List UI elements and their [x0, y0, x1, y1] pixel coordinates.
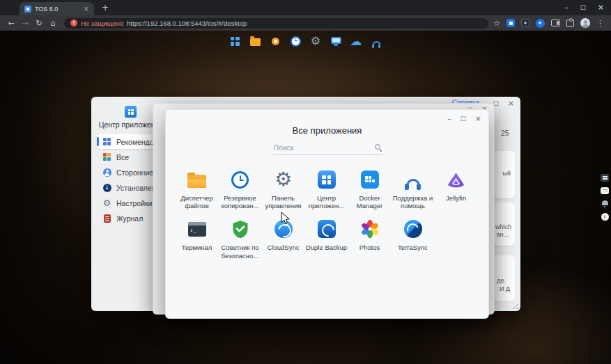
chat-icon[interactable]: [601, 187, 609, 194]
app-label: Диспетчер файлов: [176, 194, 219, 209]
apps-grid: Диспетчер файлов Резервное копирован... …: [176, 169, 479, 260]
bell-icon[interactable]: [601, 200, 609, 207]
edge-panel: [601, 174, 609, 221]
feedback-icon[interactable]: [601, 174, 609, 182]
browser-menu-icon[interactable]: [596, 19, 604, 27]
sidebar-item-label: Все: [116, 153, 129, 161]
app-item-duple-backup[interactable]: Duple Backup: [305, 219, 348, 259]
all-apps-minimize-button[interactable]: [447, 115, 451, 122]
dock-cloud-sync-icon[interactable]: [350, 35, 363, 48]
dock-file-manager-icon[interactable]: [249, 35, 262, 48]
extension-icon-2[interactable]: [521, 19, 529, 27]
media-control-icon[interactable]: [536, 19, 545, 28]
app-item-jellyfin[interactable]: Jellyfin: [435, 169, 478, 209]
app-label: Photos: [359, 244, 380, 251]
text-fragment: ый: [503, 170, 511, 177]
dock-backup-clock-icon[interactable]: [289, 35, 302, 48]
profile-avatar[interactable]: [580, 18, 590, 28]
review-count: 25: [501, 129, 509, 137]
search-input[interactable]: [272, 142, 375, 153]
browser-tab[interactable]: TOS 6.0: [20, 2, 94, 15]
backup-clock-icon: [231, 171, 249, 189]
text-fragment: ан...: [497, 231, 509, 238]
installed-icon: [102, 183, 111, 192]
text-fragment: which: [495, 223, 511, 230]
app-label: Docker Manager: [348, 194, 392, 209]
browser-toolbar: Не защищено https://192.168.0.108:5443/t…: [0, 15, 611, 31]
file-manager-icon: [187, 175, 206, 188]
all-apps-maximize-button[interactable]: [461, 116, 466, 122]
docker-icon: [361, 171, 379, 189]
mouse-cursor: [281, 212, 290, 225]
extensions-puzzle-icon[interactable]: [566, 19, 574, 27]
app-item-terminal[interactable]: Терминал: [176, 219, 219, 259]
journal-icon: [102, 214, 111, 223]
app-item-backup[interactable]: Резервное копирован...: [219, 169, 262, 209]
settings-gear-icon: [102, 198, 111, 207]
tab-close-icon[interactable]: [84, 6, 89, 13]
app-label: Поддержка и помощь: [392, 194, 435, 209]
app-item-security-advisor[interactable]: Советник по безопасно...: [219, 219, 262, 259]
home-button[interactable]: [47, 19, 59, 27]
app-item-support[interactable]: Поддержка и помощь: [392, 169, 435, 209]
app-item-file-manager[interactable]: Диспетчер файлов: [176, 169, 219, 209]
jellyfin-icon: [447, 171, 465, 189]
back-button[interactable]: [5, 19, 17, 27]
browser-close-button[interactable]: [598, 3, 604, 11]
app-item-control-panel[interactable]: Панель управления: [262, 169, 305, 209]
browser-maximize-button[interactable]: [580, 4, 586, 10]
dialog-title: Все приложения: [166, 125, 488, 136]
app-center-icon: [318, 171, 336, 189]
photos-pinwheel-icon: [360, 219, 380, 239]
extension-icon-1[interactable]: [506, 19, 515, 27]
shield-check-icon: [232, 220, 249, 239]
text-fragment: де.: [497, 277, 506, 284]
address-bar[interactable]: Не защищено https://192.168.0.108:5443/t…: [64, 18, 488, 29]
terminal-icon: [188, 222, 206, 237]
tab-strip: TOS 6.0: [0, 0, 611, 15]
control-panel-gear-icon: [274, 170, 292, 189]
forward-button[interactable]: [19, 19, 31, 27]
dock-control-panel-icon[interactable]: [309, 35, 323, 48]
app-center-close-button[interactable]: [508, 100, 514, 107]
text-fragment: И Д: [500, 285, 510, 292]
tab-favicon-icon: [24, 6, 31, 13]
dock-tos-ring-icon[interactable]: [269, 35, 282, 48]
app-center-logo-icon: [125, 106, 137, 118]
app-item-docker-manager[interactable]: Docker Manager: [348, 169, 392, 209]
app-item-terrasync[interactable]: TerraSync: [392, 219, 435, 259]
app-label: Jellyfin: [446, 194, 466, 202]
security-warning-label[interactable]: Не защищено: [81, 19, 123, 27]
all-apps-window-controls: [447, 115, 481, 122]
app-label: Советник по безопасно...: [219, 244, 262, 259]
sidebar-item-label: Журнал: [116, 214, 143, 223]
tab-title: TOS 6.0: [35, 6, 80, 13]
new-tab-button[interactable]: [100, 3, 111, 12]
app-item-cloudsync[interactable]: CloudSync: [262, 219, 305, 259]
side-panel-icon[interactable]: [551, 19, 560, 26]
search-box: [272, 142, 382, 155]
app-item-photos[interactable]: Photos: [348, 219, 392, 259]
app-label: Duple Backup: [306, 244, 347, 251]
app-label: Панель управления: [262, 194, 305, 209]
search-icon[interactable]: [375, 144, 382, 152]
url-text[interactable]: https://192.168.0.108:5443/tos/#/desktop: [127, 19, 247, 27]
bookmark-star-icon[interactable]: [493, 19, 500, 27]
all-apps-grid-icon: [102, 152, 111, 161]
help-circle-icon[interactable]: [601, 213, 609, 221]
all-apps-dialog: Все приложения Диспетчер файлов Резервно…: [165, 109, 489, 319]
dock-remote-desktop-icon[interactable]: [330, 35, 343, 48]
security-warning-icon[interactable]: [70, 19, 77, 26]
app-item-app-center[interactable]: Центр приложен...: [305, 169, 348, 209]
browser-minimize-button[interactable]: [564, 3, 569, 11]
all-apps-close-button[interactable]: [475, 115, 481, 122]
reload-button[interactable]: [33, 19, 45, 27]
browser-window-controls: [564, 3, 604, 11]
dock-support-headset-icon[interactable]: [370, 35, 383, 48]
desktop[interactable]: Справка Центр приложений Рекомендовано В…: [0, 31, 611, 364]
app-label: Центр приложен...: [305, 194, 348, 209]
third-party-icon: [102, 168, 111, 177]
duple-backup-icon: [318, 220, 336, 238]
resize-grip[interactable]: [511, 302, 518, 309]
dock-app-center-icon[interactable]: [229, 35, 242, 48]
